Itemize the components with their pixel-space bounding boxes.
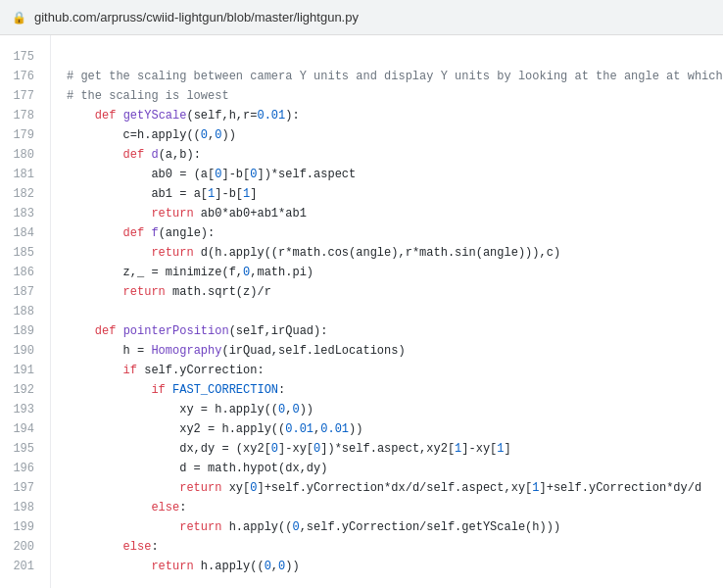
code-container: 1751761771781791801811821831841851861871…: [0, 35, 723, 588]
line-number: 187: [0, 282, 50, 302]
browser-bar: 🔒 github.com/arpruss/cwiid-lightgun/blob…: [0, 0, 723, 35]
code-line: dx,dy = (xy2[0]-xy[0])*self.aspect,xy2[1…: [67, 439, 707, 459]
line-number: 198: [0, 498, 50, 517]
code-line: return d(h.apply((r*math.cos(angle),r*ma…: [67, 243, 707, 263]
lock-icon: 🔒: [12, 11, 26, 24]
code-line: c=h.apply((0,0)): [67, 125, 707, 145]
line-number: 194: [0, 419, 50, 439]
line-numbers: 1751761771781791801811821831841851861871…: [0, 35, 51, 588]
code-line: def pointerPosition(self,irQuad):: [67, 321, 707, 341]
code-line: return h.apply((0,self.yCorrection/self.…: [67, 517, 707, 537]
line-number: 199: [0, 517, 50, 537]
code-line: # get the scaling between camera Y units…: [67, 67, 707, 86]
line-number: 193: [0, 400, 50, 419]
code-line: xy = h.apply((0,0)): [67, 400, 707, 419]
line-number: 186: [0, 263, 50, 282]
code-line: else:: [67, 498, 707, 517]
code-content: # get the scaling between camera Y units…: [51, 35, 723, 588]
code-line: return ab0*ab0+ab1*ab1: [67, 204, 707, 223]
code-line: if self.yCorrection:: [67, 361, 707, 380]
url-bar[interactable]: github.com/arpruss/cwiid-lightgun/blob/m…: [34, 10, 359, 24]
code-line: return math.sqrt(z)/r: [67, 282, 707, 302]
line-number: 185: [0, 243, 50, 263]
line-number: 192: [0, 380, 50, 400]
line-number: 175: [0, 47, 50, 67]
line-number: 184: [0, 223, 50, 243]
code-line: z,_ = minimize(f,0,math.pi): [67, 263, 707, 282]
code-line: d = math.hypot(dx,dy): [67, 459, 707, 478]
line-number: 188: [0, 302, 50, 321]
code-line: # the scaling is lowest: [67, 86, 707, 106]
code-line: return h.apply((0,0)): [67, 557, 707, 576]
code-line: else:: [67, 537, 707, 557]
code-line: ab0 = (a[0]-b[0])*self.aspect: [67, 165, 707, 184]
code-line: return xy[0]+self.yCorrection*dx/d/self.…: [67, 478, 707, 498]
line-number: 191: [0, 361, 50, 380]
line-number: 182: [0, 184, 50, 204]
code-line: if FAST_CORRECTION:: [67, 380, 707, 400]
line-number: 197: [0, 478, 50, 498]
code-line: [67, 302, 707, 321]
line-number: 196: [0, 459, 50, 478]
code-line: h = Homography(irQuad,self.ledLocations): [67, 341, 707, 361]
line-number: 183: [0, 204, 50, 223]
line-number: 195: [0, 439, 50, 459]
line-number: 176: [0, 67, 50, 86]
code-line: def getYScale(self,h,r=0.01):: [67, 106, 707, 125]
line-number: 180: [0, 145, 50, 165]
code-line: def d(a,b):: [67, 145, 707, 165]
line-number: 200: [0, 537, 50, 557]
line-number: 177: [0, 86, 50, 106]
line-number: 181: [0, 165, 50, 184]
line-number: 178: [0, 106, 50, 125]
code-line: xy2 = h.apply((0.01,0.01)): [67, 419, 707, 439]
code-line: [67, 47, 707, 67]
line-number: 189: [0, 321, 50, 341]
code-line: ab1 = a[1]-b[1]: [67, 184, 707, 204]
code-line: def f(angle):: [67, 223, 707, 243]
line-number: 179: [0, 125, 50, 145]
line-number: 201: [0, 557, 50, 576]
line-number: 190: [0, 341, 50, 361]
